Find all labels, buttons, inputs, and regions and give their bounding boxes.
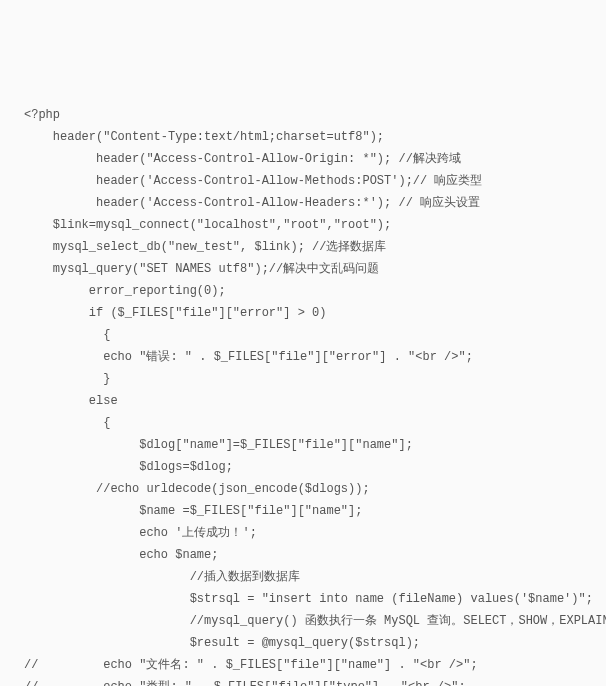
code-line: $result = @mysql_query($strsql); (24, 632, 598, 654)
code-line: else (24, 390, 598, 412)
code-line: error_reporting(0); (24, 280, 598, 302)
code-block: <?php header("Content-Type:text/html;cha… (24, 104, 598, 686)
code-line: <?php (24, 104, 598, 126)
code-line: echo $name; (24, 544, 598, 566)
code-line: echo '上传成功！'; (24, 522, 598, 544)
code-line: if ($_FILES["file"]["error"] > 0) (24, 302, 598, 324)
code-line: //插入数据到数据库 (24, 566, 598, 588)
code-line: header('Access-Control-Allow-Headers:*')… (24, 192, 598, 214)
code-line: header("Access-Control-Allow-Origin: *")… (24, 148, 598, 170)
code-line: header('Access-Control-Allow-Methods:POS… (24, 170, 598, 192)
code-line: // echo "类型: " . $_FILES["file"]["type"]… (24, 676, 598, 686)
code-line: $name =$_FILES["file"]["name"]; (24, 500, 598, 522)
code-line: //mysql_query() 函数执行一条 MySQL 查询。SELECT，S… (24, 610, 598, 632)
code-line: //echo urldecode(json_encode($dlogs)); (24, 478, 598, 500)
code-line: $dlogs=$dlog; (24, 456, 598, 478)
code-line: } (24, 368, 598, 390)
code-line: { (24, 412, 598, 434)
code-line: // echo "文件名: " . $_FILES["file"]["name"… (24, 654, 598, 676)
code-line: mysql_select_db("new_test", $link); //选择… (24, 236, 598, 258)
code-line: mysql_query("SET NAMES utf8");//解决中文乱码问题 (24, 258, 598, 280)
code-line: { (24, 324, 598, 346)
code-line: $dlog["name"]=$_FILES["file"]["name"]; (24, 434, 598, 456)
code-line: header("Content-Type:text/html;charset=u… (24, 126, 598, 148)
code-line: $link=mysql_connect("localhost","root","… (24, 214, 598, 236)
code-line: $strsql = "insert into name (fileName) v… (24, 588, 598, 610)
code-line: echo "错误: " . $_FILES["file"]["error"] .… (24, 346, 598, 368)
